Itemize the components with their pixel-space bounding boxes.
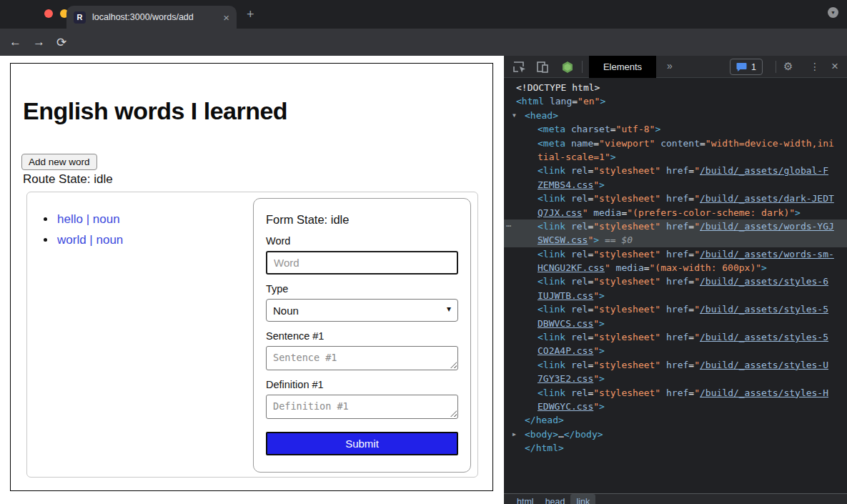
stylesheet-link[interactable]: HCNGU2KF.css — [538, 262, 605, 273]
back-icon[interactable]: ← — [9, 35, 21, 49]
code-line[interactable]: <meta charset="utf-8"> — [504, 122, 847, 136]
stylesheet-link[interactable]: IUJWTB.css — [538, 290, 593, 301]
code-token: href — [660, 165, 688, 176]
breadcrumb-item-head[interactable]: head — [540, 494, 571, 504]
code-line[interactable]: tial-scale=1"> — [504, 150, 847, 164]
stylesheet-link[interactable]: /build/_assets/styles-5 — [700, 332, 828, 342]
devtools-panel: Elements » 1 ⚙ ⋮ × <!DOCTYPE html><html … — [504, 56, 847, 504]
code-line[interactable]: <link rel="stylesheet" href="/build/_ass… — [504, 247, 847, 261]
browser-tab[interactable]: R localhost:3000/words/add × — [66, 6, 237, 29]
code-token: " — [694, 304, 700, 315]
code-line[interactable]: ▼<head> — [504, 109, 847, 122]
add-new-word-button[interactable]: Add new word — [21, 154, 97, 170]
code-line[interactable]: 7GY3E2.css"> — [504, 372, 847, 385]
code-token: " — [605, 262, 610, 273]
code-line[interactable]: <!DOCTYPE html> — [504, 81, 847, 94]
code-line[interactable]: ▶<body>…</body> — [504, 428, 847, 441]
code-token: "en" — [578, 96, 600, 107]
definition-textarea[interactable] — [266, 395, 458, 419]
code-line[interactable]: IUJWTB.css"> — [504, 289, 847, 302]
word-link[interactable]: hello | noun — [57, 212, 120, 226]
stylesheet-link[interactable]: DBWVCS.css — [538, 318, 593, 329]
toolbar-divider — [776, 61, 776, 73]
stylesheet-link[interactable]: 7GY3E2.css — [538, 373, 593, 384]
stylesheet-link[interactable]: /build/_assets/words-sm- — [700, 249, 834, 260]
code-line[interactable]: ⋯<link rel="stylesheet" href="/build/_as… — [504, 219, 847, 233]
code-line[interactable]: HCNGU2KF.css" media="(max-width: 600px)"… — [504, 261, 847, 275]
code-line[interactable]: <link rel="stylesheet" href="/build/_ass… — [504, 358, 847, 372]
stylesheet-link[interactable]: CO2A4P.css — [538, 345, 593, 356]
reload-icon[interactable]: ⟳ — [56, 35, 66, 50]
code-line[interactable]: <link rel="stylesheet" href="/build/_ass… — [504, 192, 847, 205]
more-tabs-icon[interactable]: » — [667, 60, 673, 71]
word-input[interactable] — [266, 251, 458, 275]
sentence-textarea[interactable] — [266, 346, 458, 370]
code-line[interactable]: <meta name="viewport" content="width=dev… — [504, 137, 847, 150]
stylesheet-link[interactable]: /build/_assets/dark-JEDT — [700, 193, 834, 204]
code-line[interactable]: DBWVCS.css"> — [504, 317, 847, 330]
stylesheet-link[interactable]: /build/_assets/global-F — [700, 165, 828, 176]
code-token: " — [694, 387, 700, 398]
stylesheet-link[interactable]: ZEMBS4.css — [538, 179, 593, 190]
collapse-arrow-icon[interactable]: ▶ — [512, 428, 516, 441]
tab-elements[interactable]: Elements — [589, 56, 656, 78]
code-token: media — [610, 262, 644, 273]
code-token: "stylesheet" — [593, 276, 660, 287]
code-line[interactable]: ZEMBS4.css"> — [504, 178, 847, 192]
code-line[interactable]: CO2A4P.css"> — [504, 344, 847, 357]
breadcrumb-item-link[interactable]: link — [570, 494, 595, 504]
code-token: = — [688, 193, 694, 204]
code-token: rel — [565, 304, 588, 315]
code-line[interactable]: Q7JX.css" media="(prefers-color-scheme: … — [504, 206, 847, 219]
devtools-close-icon[interactable]: × — [831, 59, 838, 74]
code-token: = — [572, 96, 578, 107]
stylesheet-link[interactable]: EDWGYC.css — [538, 401, 593, 412]
submit-button[interactable]: Submit — [266, 432, 458, 455]
code-line[interactable]: <link rel="stylesheet" href="/build/_ass… — [504, 386, 847, 400]
new-tab-button[interactable]: + — [247, 8, 254, 21]
code-line[interactable]: EDWGYC.css"> — [504, 400, 847, 413]
word-link[interactable]: world | noun — [57, 233, 123, 247]
devtools-menu-icon[interactable]: ⋮ — [810, 61, 820, 72]
code-token: == — [599, 234, 621, 245]
expand-arrow-icon[interactable]: ▼ — [512, 109, 516, 122]
code-token: = — [700, 138, 705, 149]
node-js-icon[interactable] — [561, 61, 574, 74]
code-token: rel — [565, 165, 588, 176]
code-line[interactable]: </html> — [504, 441, 847, 455]
stylesheet-link[interactable]: Q7JX.css — [538, 207, 583, 218]
device-toolbar-icon[interactable] — [536, 61, 549, 74]
word-list-item: world | noun — [56, 233, 123, 247]
stylesheet-link[interactable]: SWCSW.css — [538, 234, 588, 245]
code-line[interactable]: <link rel="stylesheet" href="/build/_ass… — [504, 302, 847, 316]
stylesheet-link[interactable]: /build/_assets/styles-U — [700, 360, 828, 370]
code-token: lang — [544, 96, 572, 107]
code-token: = — [610, 124, 616, 134]
console-bubble-icon — [736, 62, 747, 72]
forward-icon[interactable]: → — [33, 35, 45, 49]
stylesheet-link[interactable]: /build/_assets/styles-H — [700, 387, 828, 398]
stylesheet-link[interactable]: /build/_assets/words-YGJ — [700, 221, 834, 232]
code-line[interactable]: <link rel="stylesheet" href="/build/_ass… — [504, 330, 847, 344]
code-line[interactable]: SWCSW.css"> == $0 — [504, 233, 847, 247]
tab-search-icon[interactable]: ▼ — [828, 7, 838, 18]
breadcrumb-item-html[interactable]: html — [511, 494, 540, 504]
type-select[interactable]: Noun — [266, 299, 458, 322]
code-line[interactable]: </head> — [504, 413, 847, 427]
code-token: href — [660, 387, 688, 398]
stylesheet-link[interactable]: /build/_assets/styles-5 — [700, 304, 828, 315]
code-token: = — [688, 332, 694, 342]
close-window-button[interactable] — [44, 9, 53, 18]
code-line[interactable]: <html lang="en"> — [504, 94, 847, 108]
code-line[interactable]: <link rel="stylesheet" href="/build/_ass… — [504, 275, 847, 288]
stylesheet-link[interactable]: /build/_assets/styles-6 — [700, 276, 828, 287]
console-messages-button[interactable]: 1 — [730, 59, 763, 75]
code-line[interactable]: <link rel="stylesheet" href="/build/_ass… — [504, 164, 847, 177]
code-token: "stylesheet" — [593, 304, 660, 315]
code-token: = — [688, 249, 694, 260]
devtools-settings-icon[interactable]: ⚙ — [783, 60, 793, 73]
tab-close-icon[interactable]: × — [223, 11, 229, 24]
code-token: name — [565, 138, 593, 149]
words-section: hello | nounworld | noun Form State: idl… — [26, 192, 478, 478]
inspect-element-icon[interactable] — [512, 61, 527, 74]
